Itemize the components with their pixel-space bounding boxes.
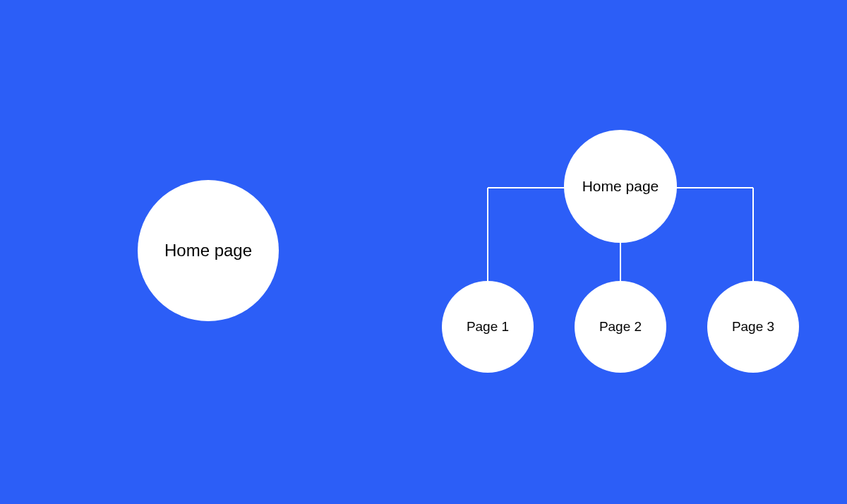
node-home-right-label: Home page <box>582 178 659 195</box>
node-page-2: Page 2 <box>575 281 666 373</box>
tree-connectors <box>0 0 847 504</box>
node-page-2-label: Page 2 <box>599 319 642 335</box>
node-page-3-label: Page 3 <box>732 319 774 335</box>
node-home-left-label: Home page <box>164 241 252 260</box>
node-page-3: Page 3 <box>707 281 799 373</box>
node-page-1: Page 1 <box>442 281 534 373</box>
node-home-left: Home page <box>138 180 279 321</box>
node-page-1-label: Page 1 <box>467 319 509 335</box>
node-home-right: Home page <box>564 130 677 243</box>
